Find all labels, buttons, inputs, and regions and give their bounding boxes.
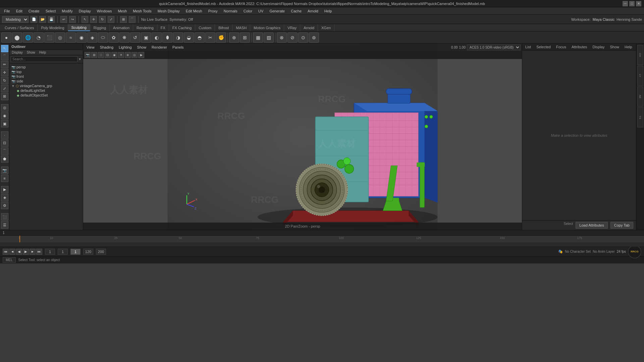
shelf-icon-smear[interactable]: ◐ [152,33,162,43]
outliner-item-front[interactable]: 📷 front [10,74,82,79]
attr-header-attributes[interactable]: Attributes [571,45,588,49]
frame-display-field[interactable]: 1 [70,249,80,255]
copy-tab-button[interactable]: Copy Tab [610,222,633,229]
outliner-item-defaultlightset[interactable]: ◆ defaultLightSet [10,88,82,93]
snap-curve-button[interactable]: ⌒ [1,147,8,155]
go-start-button[interactable]: ⏮ [3,249,9,255]
shelf-tab-rendering[interactable]: Rendering [133,24,157,31]
rotate-tool-button[interactable]: ↻ [1,77,8,84]
attr-header-help[interactable]: Help [624,45,633,49]
save-scene-icon[interactable]: 💾 [48,16,55,23]
shelf-tab-sculpting[interactable]: Sculpting [68,24,90,31]
menu-uv[interactable]: UV [256,8,266,14]
shelf-icon-relax[interactable]: ≈ [66,33,76,43]
vp-menu-view[interactable]: View [85,45,97,50]
outliner-item-defaultobjectset[interactable]: ◆ defaultObjectSet [10,93,82,98]
vp-isolate-icon[interactable]: ◎ [131,52,138,58]
shelf-icon-wire[interactable]: ⊞ [240,33,250,43]
range-end-field[interactable]: 200 [96,249,106,255]
load-attributes-button[interactable]: Load Attributes [576,222,607,229]
shelf-icon-dome[interactable]: ◔ [34,33,44,43]
shelf-tab-curves[interactable]: Curves / Surfaces [1,24,38,31]
next-frame-button[interactable]: ► [30,249,36,255]
soft-mod-button[interactable]: ◎ [1,104,8,112]
shelf-tab-rigging[interactable]: Rigging [90,24,110,31]
menu-generate[interactable]: Generate [267,8,287,14]
menu-cache[interactable]: Cache [288,8,304,14]
shelf-icon-globe[interactable]: 🌐 [23,33,33,43]
mel-label[interactable]: MEL [3,257,16,263]
menu-normals[interactable]: Normals [221,8,240,14]
shelf-icon-circle[interactable]: ● [1,33,11,43]
vp-menu-renderer[interactable]: Renderer [150,45,169,50]
outliner-menu-display[interactable]: Display [10,50,24,55]
move-tool-button[interactable]: ✛ [1,69,8,76]
shelf-icon-foamy[interactable]: ✿ [109,33,119,43]
shelf-icon-scrape[interactable]: ◒ [184,33,194,43]
render-settings-button[interactable]: ⚙ [1,202,8,209]
shelf-icon-mask1[interactable]: ▦ [253,33,263,43]
redo-icon[interactable]: ↪ [69,16,76,23]
shelf-tab-fx[interactable]: FX [157,24,169,31]
go-end-button[interactable]: ⏭ [36,249,42,255]
shelf-icon-grab[interactable]: ✊ [216,33,226,43]
vp-xray-icon[interactable]: ⊕ [125,52,131,58]
shelf-icon-brush-extra2[interactable]: ⊘ [287,33,298,43]
menu-edit-mesh[interactable]: Edit Mesh [183,8,205,14]
modeling-mode-dropdown[interactable]: Modeling [2,16,29,23]
show-manip-button[interactable]: ▣ [1,120,8,127]
prev-frame-button[interactable]: ◄ [9,249,15,255]
shelf-icon-wax[interactable]: ◑ [173,33,183,43]
outliner-item-top[interactable]: 📷 top [10,69,82,74]
menu-select[interactable]: Select [43,8,59,14]
menu-color[interactable]: Color [241,8,255,14]
snap-curve-icon[interactable]: ⌒ [129,16,136,23]
viewport[interactable]: 人人素材 RRCG RRCG 人人素材 RRCG RRCG View Shadi… [83,44,522,230]
frame-start-field[interactable]: 1 [58,249,68,255]
vp-menu-lighting[interactable]: Lighting [117,45,134,50]
shelf-tab-xgen[interactable]: XGen [318,24,334,31]
shelf-icon-brush-extra3[interactable]: ⊙ [298,33,308,43]
shelf-icon-repeat[interactable]: ↺ [130,33,140,43]
snap-grid-icon[interactable]: ⊞ [120,16,127,23]
shelf-icon-mask2[interactable]: ▧ [264,33,274,43]
shelf-tab-mash[interactable]: MASH [232,24,250,31]
channel-box-button[interactable]: CH [637,45,643,65]
paint-sel-button[interactable]: ✏ [1,61,8,68]
vp-grid-icon[interactable]: ⊞ [91,52,97,58]
vp-menu-shading[interactable]: Shading [98,45,115,50]
shelf-icon-sharpen[interactable]: ◈ [87,33,97,43]
shelf-icon-stamp[interactable]: ▣ [141,33,151,43]
snap-point-button[interactable]: · [1,131,8,139]
menu-edit[interactable]: Edit [13,8,25,14]
shelf-icon-brush-extra4[interactable]: ⊚ [309,33,319,43]
render-button[interactable]: ▶ [1,186,8,193]
attr-header-show[interactable]: Show [609,45,620,49]
snap-surface-button[interactable]: ⬟ [1,156,8,163]
undo-icon[interactable]: ↩ [60,16,67,23]
shelf-tab-animation[interactable]: Animation [110,24,133,31]
vp-wire-icon[interactable]: ⊡ [105,52,111,58]
shelf-icon-cylinder[interactable]: ⬛ [44,33,54,43]
new-scene-icon[interactable]: 📄 [31,16,37,23]
play-back-button[interactable]: ◀ [16,249,22,255]
vp-playblast-icon[interactable]: ▶ [138,52,144,58]
attr-header-selected[interactable]: Selected [535,45,552,49]
shelf-icon-knife[interactable]: ✂ [205,33,215,43]
shelf-icon-smooth[interactable]: ◉ [76,33,87,43]
shelf-tab-fxcaching[interactable]: FX Caching [169,24,195,31]
menu-mesh[interactable]: Mesh [115,8,129,14]
shelf-tab-bifrost[interactable]: Bifrost [215,24,232,31]
menu-mesh-tools[interactable]: Mesh Tools [130,8,154,14]
ipr-button[interactable]: ◈ [1,194,8,201]
select-tool-button[interactable]: ↖ [1,45,8,52]
outliner-search-input[interactable] [11,56,77,62]
outliner-item-side[interactable]: 📷 side [10,79,82,83]
shelf-icon-sphere[interactable]: ⬤ [12,33,22,43]
display-list-button[interactable]: ≡ [1,175,8,182]
shelf-tab-vray[interactable]: VRay [284,24,300,31]
close-button[interactable]: ✕ [636,1,641,6]
attr-editor-right-button[interactable]: AE [637,86,643,107]
vp-light-icon[interactable]: ☀ [118,52,124,58]
vp-camera-icon[interactable]: 📷 [85,52,91,58]
